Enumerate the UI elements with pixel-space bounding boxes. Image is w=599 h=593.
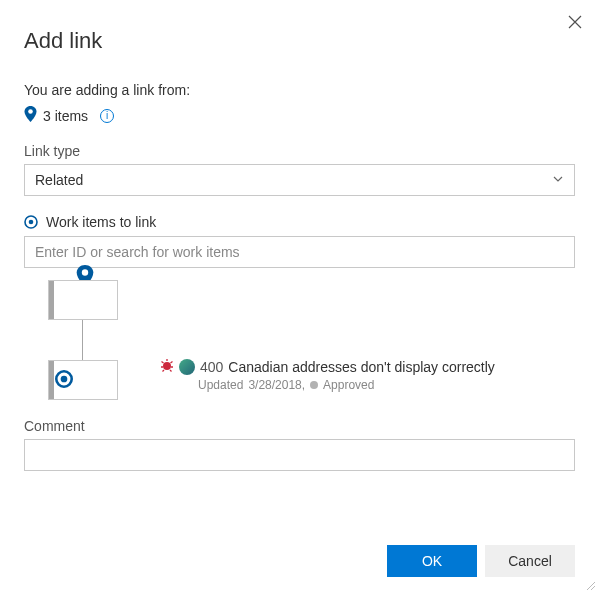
close-icon: [568, 15, 582, 29]
bug-icon: [160, 358, 174, 375]
from-row: 3 items i: [24, 106, 575, 125]
comment-input[interactable]: [24, 439, 575, 471]
svg-point-5: [61, 375, 68, 382]
tree-connector: [82, 320, 83, 360]
avatar: [179, 359, 195, 375]
pin-icon: [24, 106, 37, 125]
source-node: [48, 280, 118, 320]
updated-label: Updated: [198, 378, 243, 392]
relation-tree: 400 Canadian addresses don't display cor…: [42, 280, 575, 400]
ok-button[interactable]: OK: [387, 545, 477, 577]
dialog-title: Add link: [24, 28, 575, 54]
target-icon: [24, 215, 38, 229]
linked-work-item[interactable]: 400 Canadian addresses don't display cor…: [160, 358, 495, 392]
work-items-header: Work items to link: [24, 214, 575, 230]
updated-date: 3/28/2018,: [248, 378, 305, 392]
work-items-label: Work items to link: [46, 214, 156, 230]
link-type-label: Link type: [24, 143, 575, 159]
items-count: 3 items: [43, 108, 88, 124]
svg-point-2: [29, 220, 34, 225]
chevron-down-icon: [552, 172, 564, 188]
comment-label: Comment: [24, 418, 575, 434]
work-item-id: 400: [200, 359, 223, 375]
work-item-state: Approved: [323, 378, 374, 392]
work-item-title: Canadian addresses don't display correct…: [228, 359, 495, 375]
svg-point-3: [82, 269, 88, 275]
intro-text: You are adding a link from:: [24, 82, 575, 98]
info-icon[interactable]: i: [100, 109, 114, 123]
link-type-value: Related: [35, 172, 83, 188]
state-dot-icon: [310, 381, 318, 389]
dialog-footer: OK Cancel: [387, 545, 575, 577]
svg-point-6: [163, 362, 171, 370]
target-node: [48, 360, 118, 400]
resize-grip-icon[interactable]: [584, 578, 596, 590]
add-link-dialog: Add link You are adding a link from: 3 i…: [0, 0, 599, 491]
target-icon: [55, 370, 73, 391]
close-button[interactable]: [565, 12, 585, 32]
work-items-search-input[interactable]: [24, 236, 575, 268]
link-type-select[interactable]: Related: [24, 164, 575, 196]
cancel-button[interactable]: Cancel: [485, 545, 575, 577]
svg-point-0: [28, 109, 33, 114]
